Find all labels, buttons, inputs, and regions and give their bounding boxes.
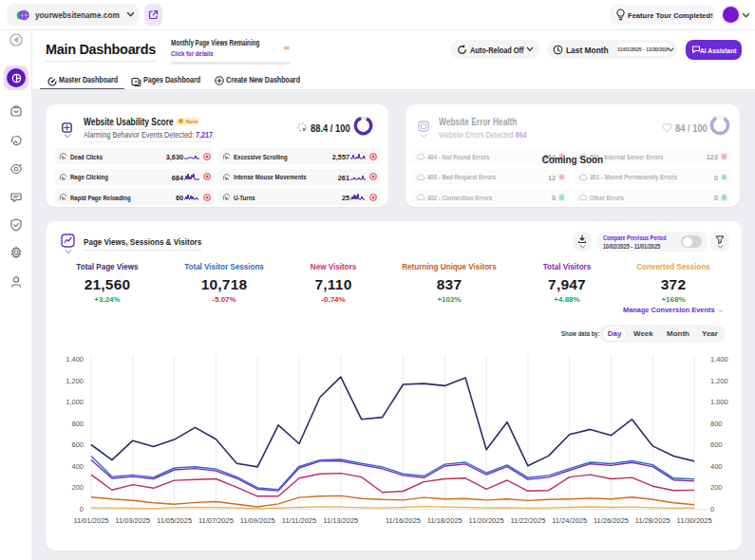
svg-text:1,000: 1,000 bbox=[710, 398, 728, 406]
svg-text:1,400: 1,400 bbox=[66, 355, 84, 364]
svg-text:200: 200 bbox=[71, 483, 84, 492]
svg-text:1,200: 1,200 bbox=[66, 377, 84, 385]
svg-text:11/30/2025: 11/30/2025 bbox=[677, 516, 712, 525]
svg-text:800: 800 bbox=[71, 420, 84, 428]
svg-text:11/24/2025: 11/24/2025 bbox=[552, 516, 587, 525]
svg-text:11/11/2025: 11/11/2025 bbox=[282, 516, 316, 525]
svg-text:11/03/2025: 11/03/2025 bbox=[115, 516, 150, 525]
svg-text:11/13/2025: 11/13/2025 bbox=[323, 516, 358, 525]
svg-text:11/18/2025: 11/18/2025 bbox=[427, 516, 462, 525]
svg-text:600: 600 bbox=[71, 440, 84, 449]
svg-text:11/07/2025: 11/07/2025 bbox=[198, 516, 234, 525]
svg-text:400: 400 bbox=[710, 462, 723, 471]
svg-text:11/05/2025: 11/05/2025 bbox=[157, 516, 192, 525]
svg-text:1,000: 1,000 bbox=[66, 398, 84, 406]
svg-text:11/01/2025: 11/01/2025 bbox=[74, 516, 109, 525]
svg-text:400: 400 bbox=[71, 462, 84, 471]
svg-text:0: 0 bbox=[80, 505, 84, 513]
svg-text:11/16/2025: 11/16/2025 bbox=[386, 516, 421, 525]
svg-text:11/20/2025: 11/20/2025 bbox=[469, 516, 504, 525]
svg-text:0: 0 bbox=[710, 505, 714, 513]
svg-text:600: 600 bbox=[710, 440, 723, 449]
svg-text:200: 200 bbox=[710, 483, 723, 492]
svg-text:11/22/2025: 11/22/2025 bbox=[510, 516, 545, 525]
svg-text:1,200: 1,200 bbox=[710, 377, 728, 385]
svg-text:11/28/2025: 11/28/2025 bbox=[635, 516, 670, 525]
svg-text:11/26/2025: 11/26/2025 bbox=[594, 516, 629, 525]
svg-text:1,400: 1,400 bbox=[710, 355, 728, 364]
svg-text:800: 800 bbox=[710, 420, 723, 428]
svg-text:11/09/2025: 11/09/2025 bbox=[240, 516, 275, 525]
